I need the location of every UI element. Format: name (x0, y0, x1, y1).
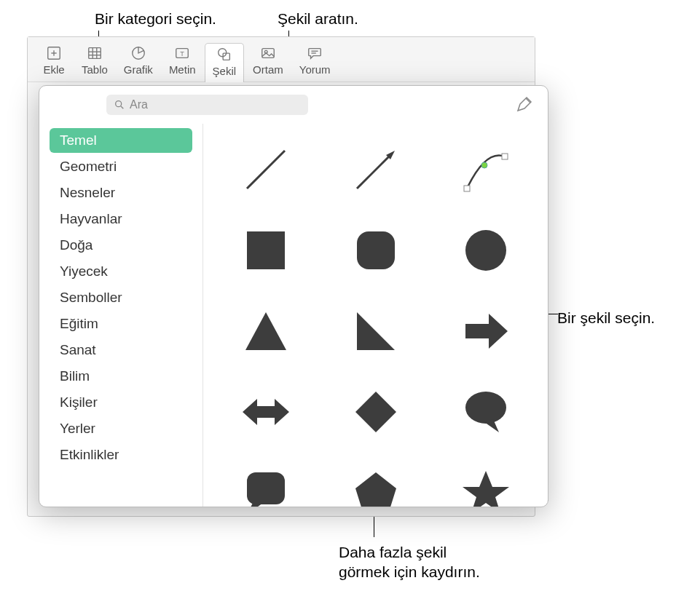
sidebar-item-yerler[interactable]: Yerler (50, 416, 192, 441)
shape-right-triangle[interactable] (328, 300, 423, 362)
toolbar-label: Ekle (43, 63, 64, 76)
toolbar-label: Grafik (124, 63, 153, 76)
svg-rect-35 (247, 472, 285, 504)
shape-diamond[interactable] (328, 381, 423, 443)
sidebar-item-nesneler[interactable]: Nesneler (50, 181, 192, 205)
svg-rect-3 (89, 48, 101, 59)
callout-select-shape: Bir şekil seçin. (557, 308, 655, 328)
callout-category: Bir kategori seçin. (95, 9, 216, 28)
comment-icon (306, 44, 323, 62)
shapes-popover: TemelGeometriNesnelerHayvanlarDoğaYiyece… (39, 85, 548, 507)
svg-point-33 (465, 392, 506, 424)
toolbar-label: Şekil (213, 65, 237, 77)
svg-point-17 (116, 101, 122, 107)
toolbar-label: Tablo (82, 63, 108, 76)
search-field-wrap[interactable] (106, 95, 308, 115)
shape-circle[interactable] (438, 219, 533, 281)
svg-point-24 (481, 162, 487, 168)
svg-marker-37 (355, 472, 396, 507)
text-box-icon: T (173, 44, 191, 62)
toolbar: Ekle Tablo Grafik T Metin Şekil (28, 37, 535, 82)
svg-marker-36 (247, 503, 263, 507)
sidebar-item-bilim[interactable]: Bilim (50, 364, 192, 389)
toolbar-comment-button[interactable]: Yorum (292, 43, 338, 77)
pen-icon (516, 95, 533, 113)
popover-header (39, 86, 548, 124)
toolbar-label: Ortam (253, 63, 283, 76)
bracket-tick (548, 314, 558, 314)
sidebar-item-yiyecek[interactable]: Yiyecek (50, 259, 192, 284)
shape-speech-bubble[interactable] (438, 381, 533, 443)
toolbar-text-button[interactable]: T Metin (162, 43, 203, 77)
svg-rect-23 (502, 154, 508, 159)
svg-line-19 (247, 151, 285, 189)
shape-arrow-bidir[interactable] (218, 381, 313, 443)
svg-point-11 (219, 49, 227, 57)
shape-square[interactable] (218, 219, 313, 281)
sidebar-item-geometri[interactable]: Geometri (50, 154, 192, 179)
toolbar-shape-button[interactable]: Şekil (205, 43, 245, 82)
sidebar-item-eğitim[interactable]: Eğitim (50, 312, 192, 336)
shape-rounded-square[interactable] (328, 219, 423, 281)
shape-arrow-right[interactable] (438, 300, 533, 362)
photo-icon (259, 44, 277, 62)
toolbar-media-button[interactable]: Ortam (245, 43, 291, 77)
callout-scroll-more: Daha fazla şekil görmek için kaydırın. (339, 542, 480, 582)
svg-marker-32 (355, 392, 396, 432)
svg-text:T: T (180, 50, 184, 57)
svg-rect-13 (262, 49, 275, 58)
sidebar-item-doğa[interactable]: Doğa (50, 233, 192, 258)
svg-rect-26 (357, 231, 395, 269)
app-window: Ekle Tablo Grafik T Metin Şekil (27, 36, 535, 517)
draw-shape-button[interactable] (516, 95, 535, 114)
sidebar-item-semboller[interactable]: Semboller (50, 285, 192, 310)
svg-marker-28 (245, 312, 286, 350)
callout-search: Şekil aratın. (278, 9, 358, 28)
svg-rect-22 (464, 186, 470, 191)
svg-marker-38 (463, 471, 509, 507)
shape-arrow-line[interactable] (328, 138, 423, 200)
plus-box-icon (45, 44, 63, 62)
svg-marker-30 (465, 314, 508, 349)
shapes-icon (216, 46, 233, 63)
svg-rect-25 (247, 231, 285, 269)
shapes-grid (203, 124, 548, 507)
toolbar-chart-button[interactable]: Grafik (117, 43, 160, 77)
sidebar-item-kişiler[interactable]: Kişiler (50, 390, 192, 415)
svg-point-27 (465, 230, 506, 271)
toolbar-table-button[interactable]: Tablo (74, 43, 115, 77)
shape-triangle[interactable] (218, 300, 313, 362)
svg-line-18 (121, 106, 123, 108)
pie-chart-icon (130, 44, 147, 62)
toolbar-label: Metin (169, 63, 196, 76)
sidebar-item-etkinlikler[interactable]: Etkinlikler (50, 443, 192, 467)
toolbar-label: Yorum (299, 63, 331, 76)
sidebar-item-sanat[interactable]: Sanat (50, 338, 192, 362)
shape-curve[interactable] (438, 138, 533, 200)
table-icon (86, 44, 103, 62)
sidebar-item-temel[interactable]: Temel (50, 128, 192, 153)
popover-body: TemelGeometriNesnelerHayvanlarDoğaYiyece… (39, 124, 548, 507)
shape-star[interactable] (438, 461, 533, 507)
shape-line[interactable] (218, 138, 313, 200)
search-icon (114, 99, 125, 111)
search-input[interactable] (130, 98, 301, 111)
shape-quote-bubble[interactable] (218, 461, 313, 507)
svg-marker-31 (243, 399, 289, 425)
shape-pentagon[interactable] (328, 461, 423, 507)
category-sidebar: TemelGeometriNesnelerHayvanlarDoğaYiyece… (39, 124, 203, 507)
toolbar-insert-button[interactable]: Ekle (35, 43, 73, 77)
svg-marker-29 (357, 312, 395, 350)
sidebar-item-hayvanlar[interactable]: Hayvanlar (50, 207, 192, 231)
svg-line-20 (357, 154, 392, 189)
